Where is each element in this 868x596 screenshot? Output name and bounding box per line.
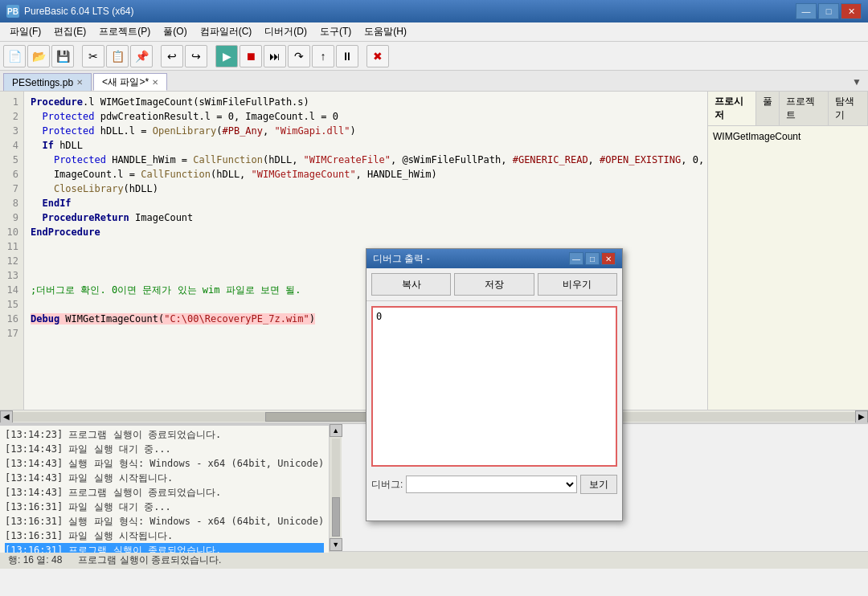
log-line-2: [13:14:43] 파일 실행 대기 중... <box>5 442 324 456</box>
scroll-right-btn[interactable]: ▶ <box>855 410 868 423</box>
debug-clear-btn[interactable]: 비우기 <box>538 273 617 296</box>
debug-title-bar: 디버그 출력 - — □ ✕ <box>366 249 622 268</box>
right-tabs: 프로시저 풀 프로젝트 탐색기 <box>708 92 868 126</box>
menu-project[interactable]: 프로젝트(P) <box>92 22 157 41</box>
log-scroll-thumb[interactable] <box>332 497 340 537</box>
debug-label: 디버그: <box>371 478 403 492</box>
toolbar-run[interactable]: ▶ <box>215 45 238 67</box>
log-scroll-down-btn[interactable]: ▼ <box>330 538 342 551</box>
menu-compiler[interactable]: 컴파일러(C) <box>194 22 259 41</box>
scroll-left-btn[interactable]: ◀ <box>0 410 13 423</box>
menu-pool[interactable]: 풀(O) <box>157 22 193 41</box>
debug-dialog: 디버그 출력 - — □ ✕ 복사 저장 비우기 0 디버그: 보기 <box>366 248 623 521</box>
maximize-button[interactable]: □ <box>818 3 839 19</box>
title-bar: PB PureBasic 6.04 LTS (x64) — □ ✕ <box>0 0 868 22</box>
debug-toolbar: 복사 저장 비우기 <box>366 268 622 301</box>
tab-pesettings-label: PESettings.pb <box>12 77 73 88</box>
tab-dropdown[interactable]: ▼ <box>845 73 868 91</box>
right-tab-project[interactable]: 프로젝트 <box>780 92 828 125</box>
log-line-1: [13:14:23] 프로그램 실행이 종료되었습니다. <box>5 427 324 442</box>
toolbar-stop-all[interactable]: ✖ <box>366 45 389 67</box>
status-message: 프로그램 실행이 종료되었습니다. <box>78 553 221 567</box>
app-icon: PB <box>6 5 19 18</box>
debug-title-buttons: — □ ✕ <box>569 252 616 265</box>
main-content: 1 2 3 4 5 6 7 8 9 10 11 12 13 14 15 16 1… <box>0 92 868 410</box>
log-line-8: [13:16:31] 파일 실행 시작됩니다. <box>5 529 324 543</box>
toolbar-step-out[interactable]: ↑ <box>312 45 334 67</box>
debug-select[interactable] <box>406 476 577 493</box>
debug-copy-btn[interactable]: 복사 <box>371 273 451 296</box>
debug-minimize-btn[interactable]: — <box>569 252 583 265</box>
tab-newfile[interactable]: <새 파일>* ✕ <box>93 73 167 91</box>
log-line-9: [13:16:31] 프로그램 실행이 종료되었습니다. <box>5 543 324 553</box>
title-controls: — □ ✕ <box>796 3 862 19</box>
debug-view-btn[interactable]: 보기 <box>580 475 617 494</box>
title-bar-left: PB PureBasic 6.04 LTS (x64) <box>6 5 134 18</box>
toolbar-step[interactable]: ⏭ <box>264 45 286 67</box>
debug-output: 0 <box>371 306 617 467</box>
menu-tools[interactable]: 도구(T) <box>313 22 358 41</box>
log-scroll-track[interactable] <box>332 439 340 537</box>
menu-debugger[interactable]: 디버거(D) <box>258 22 313 41</box>
toolbar-redo[interactable]: ↪ <box>185 45 207 67</box>
procedure-item[interactable]: WIMGetImageCount <box>713 131 863 142</box>
menu-bar: 파일(F) 편집(E) 프로젝트(P) 풀(O) 컴파일러(C) 디버거(D) … <box>0 22 868 42</box>
debug-output-value: 0 <box>376 311 382 322</box>
toolbar: 📄 📂 💾 ✂ 📋 📌 ↩ ↪ ▶ ⏹ ⏭ ↷ ↑ ⏸ ✖ <box>0 42 868 71</box>
toolbar-cut[interactable]: ✂ <box>82 45 104 67</box>
menu-file[interactable]: 파일(F) <box>3 22 47 41</box>
right-tab-pool[interactable]: 풀 <box>756 92 780 125</box>
log-line-7: [13:16:31] 실행 파일 형식: Windows - x64 (64bi… <box>5 514 324 529</box>
debug-restore-btn[interactable]: □ <box>585 252 600 265</box>
title-text: PureBasic 6.04 LTS (x64) <box>24 6 134 17</box>
right-panel-content: WIMGetImageCount <box>708 126 868 147</box>
menu-edit[interactable]: 편집(E) <box>47 22 92 41</box>
log-line-3: [13:14:43] 실행 파일 형식: Windows - x64 (64bi… <box>5 456 324 471</box>
debug-close-btn[interactable]: ✕ <box>601 252 616 265</box>
close-button[interactable]: ✕ <box>841 3 862 19</box>
toolbar-copy[interactable]: 📋 <box>106 45 129 67</box>
status-position: 행: 16 열: 48 <box>8 553 62 567</box>
log-line-5: [13:14:43] 프로그램 실행이 종료되었습니다. <box>5 485 324 500</box>
status-bar: 행: 16 열: 48 프로그램 실행이 종료되었습니다. <box>0 551 868 569</box>
log-scrollbar: ▲ ▼ <box>329 424 342 551</box>
debug-title-text: 디버그 출력 - <box>373 252 430 266</box>
tab-bar: PESettings.pb ✕ <새 파일>* ✕ ▼ <box>0 71 868 92</box>
toolbar-save[interactable]: 💾 <box>51 45 74 67</box>
right-tab-procedure[interactable]: 프로시저 <box>708 92 756 125</box>
log-line-4: [13:14:43] 파일 실행 시작됩니다. <box>5 471 324 485</box>
toolbar-pause[interactable]: ⏸ <box>336 45 358 67</box>
toolbar-paste[interactable]: 📌 <box>130 45 153 67</box>
tab-newfile-label: <새 파일>* <box>102 76 149 89</box>
debug-save-btn[interactable]: 저장 <box>454 273 534 296</box>
minimize-button[interactable]: — <box>796 3 817 19</box>
log-panel: [13:14:23] 프로그램 실행이 종료되었습니다. [13:14:43] … <box>0 424 329 553</box>
tab-pesettings-close[interactable]: ✕ <box>76 78 83 87</box>
right-tab-explorer[interactable]: 탐색기 <box>829 92 868 125</box>
line-numbers: 1 2 3 4 5 6 7 8 9 10 11 12 13 14 15 16 1… <box>0 92 24 410</box>
menu-help[interactable]: 도움말(H) <box>358 22 413 41</box>
toolbar-new[interactable]: 📄 <box>3 45 26 67</box>
tab-newfile-close[interactable]: ✕ <box>152 78 158 87</box>
toolbar-open[interactable]: 📂 <box>27 45 50 67</box>
debug-footer: 디버그: 보기 <box>366 471 622 497</box>
right-panel: 프로시저 풀 프로젝트 탐색기 WIMGetImageCount <box>707 92 868 410</box>
toolbar-stop[interactable]: ⏹ <box>240 45 262 67</box>
log-line-6: [13:16:31] 파일 실행 대기 중... <box>5 500 324 514</box>
tab-pesettings[interactable]: PESettings.pb ✕ <box>3 73 92 91</box>
toolbar-step-over[interactable]: ↷ <box>288 45 310 67</box>
log-scroll-up-btn[interactable]: ▲ <box>330 424 342 437</box>
toolbar-undo[interactable]: ↩ <box>161 45 183 67</box>
